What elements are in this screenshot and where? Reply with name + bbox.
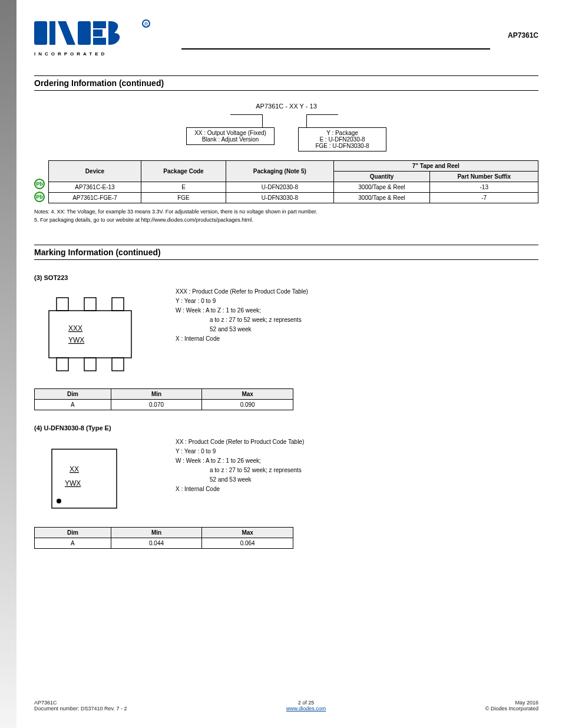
footer-date: May 2016 — [515, 700, 538, 706]
footer-product: AP7361C — [34, 700, 57, 706]
table-row: AP7361C-E-13 E U-DFN2030-8 3000/Tape & R… — [49, 182, 538, 193]
th-packaging: Packaging (Note 5) — [226, 161, 334, 182]
partnum-example: AP7361C - XX Y - 13 — [186, 103, 386, 110]
legend-y: Y : Package E : U-DFN2030-8 FGE : U-DFN3… — [298, 127, 386, 151]
ordering-notes: Notes: 4. XX: The Voltage, for example 3… — [34, 208, 538, 223]
sot223-dim-table: Dim Min Max A 0.070 0.090 — [34, 388, 293, 410]
dfn-legend: XX : Product Code (Refer to Product Code… — [176, 437, 304, 494]
section-ordering-title: Ordering Information (continued) — [34, 75, 538, 91]
sot223-legend: XXX : Product Code (Refer to Product Cod… — [176, 287, 308, 344]
sot223-drawing: XXX YWX — [34, 287, 152, 383]
th-suffix: Part Number Suffix — [430, 172, 538, 182]
svg-rect-1 — [49, 21, 55, 45]
gradient-sidebar — [0, 0, 16, 728]
page-header: R INCORPORATED AP7361C — [34, 18, 538, 60]
page-footer: AP7361C Document number: DS37410 Rev. 7 … — [34, 700, 538, 711]
svg-text:XXX: XXX — [68, 324, 82, 332]
svg-rect-15 — [112, 358, 124, 371]
th-pkgcode: Package Code — [141, 161, 226, 182]
pb-free-icon: Pb — [34, 192, 45, 202]
pb-free-icon: Pb — [34, 179, 45, 189]
svg-text:R: R — [144, 21, 148, 27]
leadfree-icons: Pb Pb — [34, 179, 45, 202]
th-device: Device — [49, 161, 141, 182]
svg-text:XX: XX — [70, 465, 79, 473]
svg-rect-2 — [78, 21, 91, 45]
pkg-dfn-label: (4) U-DFN3030-8 (Type E) — [34, 424, 538, 431]
svg-rect-11 — [84, 298, 96, 311]
svg-rect-12 — [112, 298, 124, 311]
diodes-logo: R INCORPORATED — [34, 18, 164, 60]
footer-pagenum: 2 of 25 — [298, 700, 315, 706]
svg-text:INCORPORATED: INCORPORATED — [34, 51, 107, 57]
footer-link[interactable]: www.diodes.com — [286, 706, 326, 711]
svg-point-19 — [57, 499, 61, 503]
th-qty: Quantity — [333, 172, 430, 182]
ordering-table: Device Package Code Packaging (Note 5) 7… — [48, 160, 538, 203]
dfn-dim-table: Dim Min Max A 0.044 0.064 — [34, 527, 293, 549]
footer-copyright: © Diodes Incorporated — [485, 706, 538, 711]
legend-xx: XX : Output Voltage (Fixed) Blank : Adju… — [186, 127, 275, 145]
svg-rect-13 — [57, 358, 68, 371]
part-number-diagram: AP7361C - XX Y - 13 XX : Output Voltage … — [186, 101, 386, 154]
footer-docnum: Document number: DS37410 Rev. 7 - 2 — [34, 706, 127, 711]
svg-rect-9 — [49, 311, 131, 358]
dfn-drawing: XX YWX — [34, 437, 152, 521]
svg-rect-4 — [93, 29, 103, 37]
svg-rect-18 — [52, 449, 117, 508]
svg-rect-0 — [34, 21, 47, 45]
section-marking-title: Marking Information (continued) — [34, 245, 538, 260]
svg-text:YWX: YWX — [68, 336, 84, 344]
header-product: AP7361C — [508, 31, 538, 40]
svg-rect-5 — [93, 38, 106, 45]
svg-text:YWX: YWX — [65, 479, 81, 487]
table-row: AP7361C-FGE-7 FGE U-DFN3030-8 3000/Tape … — [49, 193, 538, 203]
svg-rect-14 — [84, 358, 96, 371]
svg-rect-3 — [93, 21, 106, 28]
th-reel: 7" Tape and Reel — [333, 161, 538, 172]
product-code: AP7361C — [508, 31, 538, 39]
pkg-sot223-label: (3) SOT223 — [34, 274, 538, 281]
svg-rect-10 — [57, 298, 68, 311]
